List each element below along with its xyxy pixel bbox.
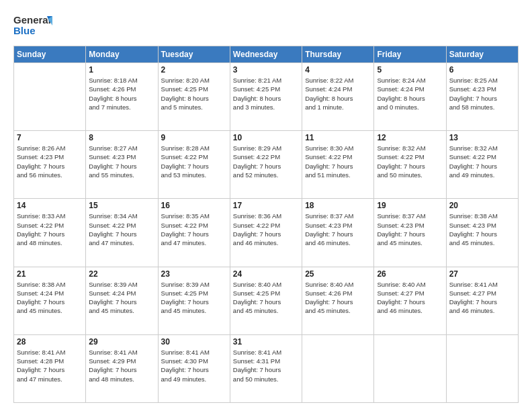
calendar-cell: 26Sunrise: 8:40 AMSunset: 4:27 PMDayligh… <box>374 267 446 334</box>
day-number: 18 <box>305 201 371 210</box>
day-number: 21 <box>17 269 83 279</box>
day-info: Sunrise: 8:41 AMSunset: 4:27 PMDaylight:… <box>449 280 515 316</box>
day-info: Sunrise: 8:35 AMSunset: 4:22 PMDaylight:… <box>161 212 227 247</box>
day-info: Sunrise: 8:40 AMSunset: 4:27 PMDaylight:… <box>377 280 443 316</box>
day-number: 27 <box>449 269 515 279</box>
calendar-cell: 16Sunrise: 8:35 AMSunset: 4:22 PMDayligh… <box>158 199 230 267</box>
calendar-cell: 14Sunrise: 8:33 AMSunset: 4:22 PMDayligh… <box>14 199 86 267</box>
column-header-tuesday: Tuesday <box>158 46 230 63</box>
column-header-monday: Monday <box>86 46 158 63</box>
day-info: Sunrise: 8:20 AMSunset: 4:25 PMDaylight:… <box>161 76 227 111</box>
logo: GeneralBlue <box>13 12 54 39</box>
day-number: 7 <box>17 133 83 142</box>
day-info: Sunrise: 8:40 AMSunset: 4:26 PMDaylight:… <box>305 280 371 316</box>
day-number: 28 <box>17 337 83 347</box>
calendar-cell: 24Sunrise: 8:40 AMSunset: 4:25 PMDayligh… <box>230 267 302 334</box>
calendar-header-row: SundayMondayTuesdayWednesdayThursdayFrid… <box>14 46 519 63</box>
day-number: 8 <box>89 133 154 142</box>
calendar-table: SundayMondayTuesdayWednesdayThursdayFrid… <box>13 46 519 403</box>
day-number: 16 <box>161 201 227 210</box>
day-info: Sunrise: 8:30 AMSunset: 4:22 PMDaylight:… <box>305 144 371 179</box>
day-info: Sunrise: 8:26 AMSunset: 4:23 PMDaylight:… <box>17 144 83 179</box>
svg-text:General: General <box>13 14 51 26</box>
column-header-saturday: Saturday <box>446 46 518 63</box>
day-number: 4 <box>305 65 371 75</box>
calendar-cell <box>14 63 86 131</box>
calendar-cell: 10Sunrise: 8:29 AMSunset: 4:22 PMDayligh… <box>230 131 302 199</box>
day-info: Sunrise: 8:39 AMSunset: 4:25 PMDaylight:… <box>161 280 227 316</box>
calendar-cell: 8Sunrise: 8:27 AMSunset: 4:23 PMDaylight… <box>86 131 158 199</box>
day-number: 13 <box>449 133 515 142</box>
day-number: 19 <box>377 201 443 210</box>
calendar-cell: 7Sunrise: 8:26 AMSunset: 4:23 PMDaylight… <box>14 131 86 199</box>
day-number: 25 <box>305 269 371 279</box>
day-info: Sunrise: 8:29 AMSunset: 4:22 PMDaylight:… <box>233 144 299 179</box>
calendar-cell: 9Sunrise: 8:28 AMSunset: 4:22 PMDaylight… <box>158 131 230 199</box>
calendar-cell: 4Sunrise: 8:22 AMSunset: 4:24 PMDaylight… <box>302 63 374 131</box>
svg-text:Blue: Blue <box>13 25 36 36</box>
calendar-cell: 22Sunrise: 8:39 AMSunset: 4:24 PMDayligh… <box>86 267 158 334</box>
calendar-cell: 30Sunrise: 8:41 AMSunset: 4:30 PMDayligh… <box>158 334 230 402</box>
day-info: Sunrise: 8:37 AMSunset: 4:23 PMDaylight:… <box>305 212 371 247</box>
page: GeneralBlue SundayMondayTuesdayWednesday… <box>0 0 532 411</box>
calendar-week-row: 7Sunrise: 8:26 AMSunset: 4:23 PMDaylight… <box>14 131 519 199</box>
calendar-cell: 13Sunrise: 8:32 AMSunset: 4:22 PMDayligh… <box>446 131 518 199</box>
day-number: 22 <box>89 269 154 279</box>
day-info: Sunrise: 8:27 AMSunset: 4:23 PMDaylight:… <box>89 144 154 179</box>
calendar-cell: 17Sunrise: 8:36 AMSunset: 4:22 PMDayligh… <box>230 199 302 267</box>
day-number: 12 <box>377 133 443 142</box>
column-header-wednesday: Wednesday <box>230 46 302 63</box>
column-header-sunday: Sunday <box>14 46 86 63</box>
calendar-cell: 6Sunrise: 8:25 AMSunset: 4:23 PMDaylight… <box>446 63 518 131</box>
day-info: Sunrise: 8:38 AMSunset: 4:23 PMDaylight:… <box>449 212 515 247</box>
day-info: Sunrise: 8:39 AMSunset: 4:24 PMDaylight:… <box>89 280 154 316</box>
calendar-cell: 28Sunrise: 8:41 AMSunset: 4:28 PMDayligh… <box>14 334 86 402</box>
day-info: Sunrise: 8:33 AMSunset: 4:22 PMDaylight:… <box>17 212 83 247</box>
calendar-cell: 21Sunrise: 8:38 AMSunset: 4:24 PMDayligh… <box>14 267 86 334</box>
day-info: Sunrise: 8:38 AMSunset: 4:24 PMDaylight:… <box>17 280 83 316</box>
day-number: 31 <box>233 337 299 347</box>
day-number: 6 <box>449 65 515 75</box>
day-number: 11 <box>305 133 371 142</box>
calendar-cell: 27Sunrise: 8:41 AMSunset: 4:27 PMDayligh… <box>446 267 518 334</box>
day-number: 20 <box>449 201 515 210</box>
day-number: 1 <box>89 65 154 75</box>
calendar-cell: 5Sunrise: 8:24 AMSunset: 4:24 PMDaylight… <box>374 63 446 131</box>
day-info: Sunrise: 8:41 AMSunset: 4:30 PMDaylight:… <box>161 348 227 383</box>
day-info: Sunrise: 8:32 AMSunset: 4:22 PMDaylight:… <box>377 144 443 179</box>
logo-svg: GeneralBlue <box>13 12 54 39</box>
day-number: 23 <box>161 269 227 279</box>
day-info: Sunrise: 8:21 AMSunset: 4:25 PMDaylight:… <box>233 76 299 111</box>
day-number: 17 <box>233 201 299 210</box>
day-info: Sunrise: 8:36 AMSunset: 4:22 PMDaylight:… <box>233 212 299 247</box>
calendar-cell: 25Sunrise: 8:40 AMSunset: 4:26 PMDayligh… <box>302 267 374 334</box>
day-info: Sunrise: 8:28 AMSunset: 4:22 PMDaylight:… <box>161 144 227 179</box>
calendar-cell: 23Sunrise: 8:39 AMSunset: 4:25 PMDayligh… <box>158 267 230 334</box>
calendar-cell <box>446 334 518 402</box>
day-number: 9 <box>161 133 227 142</box>
column-header-friday: Friday <box>374 46 446 63</box>
calendar-cell: 2Sunrise: 8:20 AMSunset: 4:25 PMDaylight… <box>158 63 230 131</box>
calendar-cell: 1Sunrise: 8:18 AMSunset: 4:26 PMDaylight… <box>86 63 158 131</box>
calendar-cell: 19Sunrise: 8:37 AMSunset: 4:23 PMDayligh… <box>374 199 446 267</box>
day-info: Sunrise: 8:25 AMSunset: 4:23 PMDaylight:… <box>449 76 515 111</box>
calendar-cell <box>302 334 374 402</box>
day-info: Sunrise: 8:34 AMSunset: 4:22 PMDaylight:… <box>89 212 154 247</box>
day-info: Sunrise: 8:24 AMSunset: 4:24 PMDaylight:… <box>377 76 443 111</box>
day-number: 15 <box>89 201 154 210</box>
calendar-week-row: 28Sunrise: 8:41 AMSunset: 4:28 PMDayligh… <box>14 334 519 402</box>
day-info: Sunrise: 8:41 AMSunset: 4:29 PMDaylight:… <box>89 348 154 383</box>
calendar-cell: 15Sunrise: 8:34 AMSunset: 4:22 PMDayligh… <box>86 199 158 267</box>
day-info: Sunrise: 8:18 AMSunset: 4:26 PMDaylight:… <box>89 76 154 111</box>
day-number: 24 <box>233 269 299 279</box>
day-number: 2 <box>161 65 227 75</box>
day-number: 5 <box>377 65 443 75</box>
day-info: Sunrise: 8:41 AMSunset: 4:28 PMDaylight:… <box>17 348 83 383</box>
calendar-cell: 29Sunrise: 8:41 AMSunset: 4:29 PMDayligh… <box>86 334 158 402</box>
calendar-week-row: 1Sunrise: 8:18 AMSunset: 4:26 PMDaylight… <box>14 63 519 131</box>
day-number: 3 <box>233 65 299 75</box>
day-number: 10 <box>233 133 299 142</box>
day-number: 26 <box>377 269 443 279</box>
calendar-cell: 12Sunrise: 8:32 AMSunset: 4:22 PMDayligh… <box>374 131 446 199</box>
calendar-cell: 20Sunrise: 8:38 AMSunset: 4:23 PMDayligh… <box>446 199 518 267</box>
